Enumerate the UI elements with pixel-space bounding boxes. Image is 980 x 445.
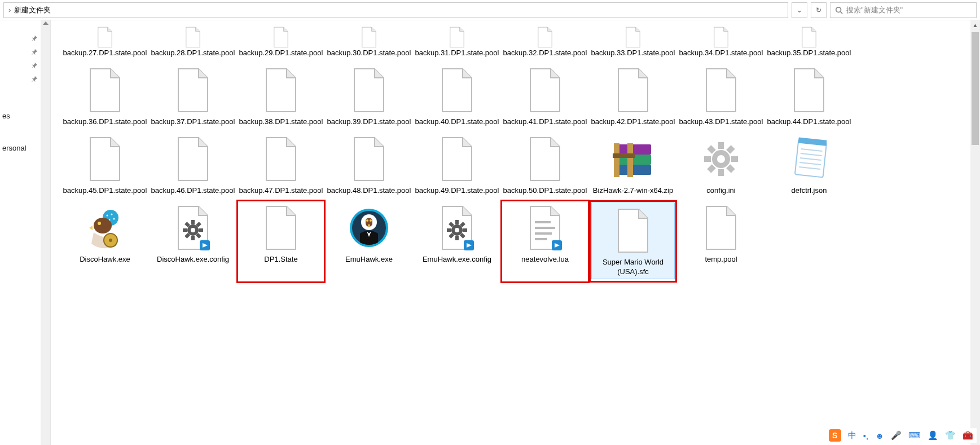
file-label: backup.35.DP1.state.pool xyxy=(767,49,851,58)
luadoc-icon xyxy=(527,205,563,250)
file-icon xyxy=(527,136,563,182)
file-item[interactable]: backup.47.DP1.state.pool xyxy=(237,131,325,198)
file-icon xyxy=(801,27,818,48)
file-label: neatevolve.lua xyxy=(521,255,569,265)
pin-icon xyxy=(31,62,38,69)
file-icon xyxy=(87,136,123,182)
vertical-scrollbar[interactable]: ▲ ▼ xyxy=(970,20,980,445)
ime-keyboard-icon[interactable]: ⌨ xyxy=(908,430,921,440)
file-icon xyxy=(439,68,475,113)
vsconfig-icon xyxy=(439,205,475,250)
file-label: backup.47.DP1.state.pool xyxy=(239,186,323,196)
file-item[interactable]: backup.49.DP1.state.pool xyxy=(413,131,501,198)
file-item[interactable]: backup.31.DP1.state.pool xyxy=(413,25,501,60)
file-item[interactable]: Super Mario World (USA).sfc xyxy=(589,200,677,283)
file-item[interactable]: backup.45.DP1.state.pool xyxy=(61,131,149,198)
sogou-icon[interactable]: S xyxy=(829,429,841,442)
ime-lang-button[interactable]: 中 xyxy=(848,430,856,441)
file-item[interactable]: backup.36.DP1.state.pool xyxy=(61,63,149,129)
refresh-button[interactable]: ↻ xyxy=(811,2,827,18)
winrar-icon xyxy=(610,136,656,182)
file-item[interactable]: config.ini xyxy=(677,131,765,198)
file-item[interactable]: DiscoHawk.exe xyxy=(61,200,149,283)
file-label: backup.42.DP1.state.pool xyxy=(591,117,675,127)
gear-icon xyxy=(698,136,744,182)
search-icon xyxy=(835,6,843,14)
sidebar: es ersonal xyxy=(0,20,51,445)
file-label: Super Mario World (USA).sfc xyxy=(592,258,674,277)
file-item[interactable]: backup.30.DP1.state.pool xyxy=(325,25,413,60)
file-icon xyxy=(175,68,211,113)
file-icon xyxy=(527,68,563,113)
file-item[interactable]: backup.37.DP1.state.pool xyxy=(149,63,237,129)
file-label: DP1.State xyxy=(264,255,297,265)
file-label: DiscoHawk.exe.config xyxy=(157,255,229,265)
file-label: backup.29.DP1.state.pool xyxy=(239,49,323,58)
file-item[interactable]: backup.34.DP1.state.pool xyxy=(677,25,765,60)
file-item[interactable]: backup.43.DP1.state.pool xyxy=(677,63,765,129)
file-item[interactable]: neatevolve.lua xyxy=(501,200,589,283)
file-item[interactable]: backup.39.DP1.state.pool xyxy=(325,63,413,129)
file-item[interactable]: DiscoHawk.exe.config xyxy=(149,200,237,283)
breadcrumb-current[interactable]: 新建文件夹 xyxy=(14,5,51,15)
file-icon xyxy=(263,68,299,113)
file-item[interactable]: backup.40.DP1.state.pool xyxy=(413,63,501,129)
file-icon xyxy=(273,27,289,48)
file-label: DiscoHawk.exe xyxy=(80,255,130,265)
file-item[interactable]: backup.29.DP1.state.pool xyxy=(237,25,325,60)
ime-emoji-icon[interactable]: ☻ xyxy=(875,431,884,440)
ime-punct-icon[interactable]: •, xyxy=(863,431,868,440)
file-label: config.ini xyxy=(706,186,735,196)
file-label: backup.41.DP1.state.pool xyxy=(503,117,587,127)
file-item[interactable]: backup.41.DP1.state.pool xyxy=(501,63,589,129)
ime-skin-icon[interactable]: 👕 xyxy=(945,430,956,440)
address-bar[interactable]: › 新建文件夹 xyxy=(3,2,788,18)
address-dropdown-button[interactable]: ⌄ xyxy=(792,2,807,18)
file-item[interactable]: DP1.State xyxy=(237,200,325,283)
file-label: backup.43.DP1.state.pool xyxy=(679,117,763,127)
file-item[interactable]: backup.35.DP1.state.pool xyxy=(765,25,853,60)
file-item[interactable]: backup.38.DP1.state.pool xyxy=(237,63,325,129)
scroll-up-arrow-icon[interactable]: ▲ xyxy=(970,20,980,30)
file-icon xyxy=(615,68,651,113)
file-label: backup.40.DP1.state.pool xyxy=(415,117,499,127)
file-item[interactable]: backup.50.DP1.state.pool xyxy=(501,131,589,198)
file-item[interactable]: backup.46.DP1.state.pool xyxy=(149,131,237,198)
ime-toolbox-icon[interactable]: 🧰 xyxy=(963,430,973,440)
ime-user-icon[interactable]: 👤 xyxy=(928,430,938,440)
file-item[interactable]: temp.pool xyxy=(677,200,765,283)
file-label: backup.50.DP1.state.pool xyxy=(503,186,587,196)
file-label: backup.30.DP1.state.pool xyxy=(327,49,411,58)
file-item[interactable]: backup.33.DP1.state.pool xyxy=(589,25,677,60)
pin-icon xyxy=(31,76,38,82)
file-icon xyxy=(791,68,827,113)
file-icon xyxy=(263,136,299,182)
file-item[interactable]: backup.44.DP1.state.pool xyxy=(765,63,853,129)
file-icon xyxy=(703,205,739,250)
pin-icon xyxy=(31,35,38,42)
file-item[interactable]: backup.42.DP1.state.pool xyxy=(589,63,677,129)
file-item[interactable]: backup.28.DP1.state.pool xyxy=(149,25,237,60)
sidebar-scrollbar[interactable] xyxy=(41,20,50,445)
file-label: backup.37.DP1.state.pool xyxy=(151,117,235,127)
file-item[interactable]: EmuHawk.exe xyxy=(325,200,413,283)
search-input[interactable]: 搜索"新建文件夹" xyxy=(830,2,977,18)
file-icon xyxy=(703,68,739,113)
file-item[interactable]: BizHawk-2.7-win-x64.zip xyxy=(589,131,677,198)
file-item[interactable]: backup.27.DP1.state.pool xyxy=(61,25,149,60)
file-item[interactable]: backup.32.DP1.state.pool xyxy=(501,25,589,60)
file-icon xyxy=(87,68,123,113)
file-item[interactable]: backup.48.DP1.state.pool xyxy=(325,131,413,198)
topbar: › 新建文件夹 ⌄ ↻ 搜索"新建文件夹" xyxy=(0,0,980,20)
scroll-thumb[interactable] xyxy=(972,32,979,145)
ime-toolbar[interactable]: S 中 •, ☻ 🎤 ⌨ 👤 👕 🧰 xyxy=(825,428,977,443)
file-icon xyxy=(449,27,465,48)
file-icon xyxy=(537,27,553,48)
file-icon xyxy=(439,136,475,182)
ime-mic-icon[interactable]: 🎤 xyxy=(891,430,902,440)
file-item[interactable]: defctrl.json xyxy=(765,131,853,198)
file-item[interactable]: EmuHawk.exe.config xyxy=(413,200,501,283)
chevron-right-icon: › xyxy=(8,6,11,14)
file-label: backup.45.DP1.state.pool xyxy=(63,186,147,196)
file-label: backup.44.DP1.state.pool xyxy=(767,117,851,127)
